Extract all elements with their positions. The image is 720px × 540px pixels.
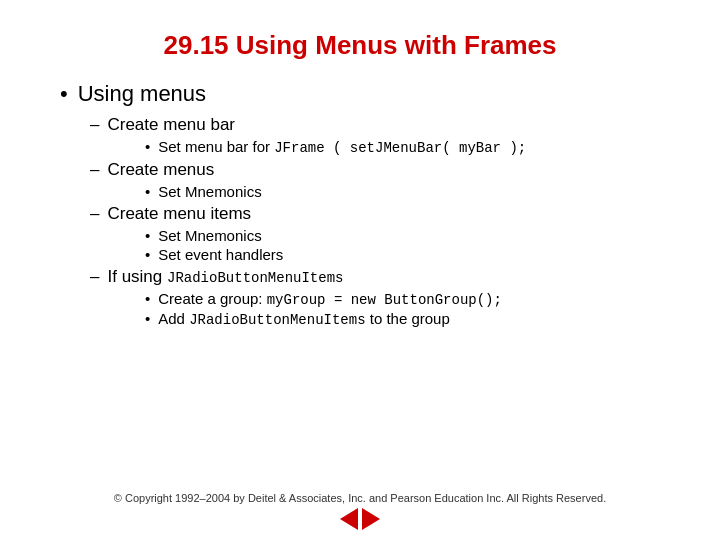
code-jradio-header: JRadioButtonMenuItems [167,270,343,286]
section-1: Create menu bar Set menu bar for JFrame … [60,115,680,156]
section-3-label: Create menu items [107,204,251,224]
section-4-label: If using JRadioButtonMenuItems [107,267,343,287]
section-4-item-1: Create a group: myGroup = new ButtonGrou… [145,290,680,308]
main-bullet: Using menus [60,81,680,107]
section-1-item-1: Set menu bar for JFrame ( setJMenuBar( m… [145,138,680,156]
section-2: Create menus Set Mnemonics [60,160,680,200]
main-bullet-text: Using menus [78,81,206,107]
code-jradio-add: JRadioButtonMenuItems [189,312,365,328]
next-button[interactable] [362,508,380,530]
section-3-item-1: Set Mnemonics [145,227,680,244]
section-2-header: Create menus [90,160,680,180]
section-4-item-2-text: Add JRadioButtonMenuItems to the group [158,310,450,328]
section-3-header: Create menu items [90,204,680,224]
nav-buttons [340,508,380,530]
section-1-header: Create menu bar [90,115,680,135]
code-jframe: JFrame ( setJMenuBar( myBar ); [274,140,526,156]
section-1-bullets: Set menu bar for JFrame ( setJMenuBar( m… [90,138,680,156]
section-4-item-1-text: Create a group: myGroup = new ButtonGrou… [158,290,502,308]
slide-title: 29.15 Using Menus with Frames [40,30,680,61]
section-2-bullets: Set Mnemonics [90,183,680,200]
section-3-item-1-text: Set Mnemonics [158,227,261,244]
footer-text: © Copyright 1992–2004 by Deitel & Associ… [114,492,606,504]
slide: 29.15 Using Menus with Frames Using menu… [0,0,720,540]
section-3-bullets: Set Mnemonics Set event handlers [90,227,680,263]
section-2-item-1-text: Set Mnemonics [158,183,261,200]
section-4-header: If using JRadioButtonMenuItems [90,267,680,287]
section-4-bullets: Create a group: myGroup = new ButtonGrou… [90,290,680,328]
section-4-item-2: Add JRadioButtonMenuItems to the group [145,310,680,328]
section-3: Create menu items Set Mnemonics Set even… [60,204,680,263]
code-mygroup: myGroup = new ButtonGroup(); [267,292,502,308]
section-3-item-2: Set event handlers [145,246,680,263]
footer-area: © Copyright 1992–2004 by Deitel & Associ… [0,492,720,530]
section-4: If using JRadioButtonMenuItems Create a … [60,267,680,328]
section-2-label: Create menus [107,160,214,180]
section-3-item-2-text: Set event handlers [158,246,283,263]
prev-button[interactable] [340,508,358,530]
content-area: Using menus Create menu bar Set menu bar… [40,81,680,328]
section-2-item-1: Set Mnemonics [145,183,680,200]
section-1-item-1-text: Set menu bar for JFrame ( setJMenuBar( m… [158,138,526,156]
section-1-label: Create menu bar [107,115,235,135]
